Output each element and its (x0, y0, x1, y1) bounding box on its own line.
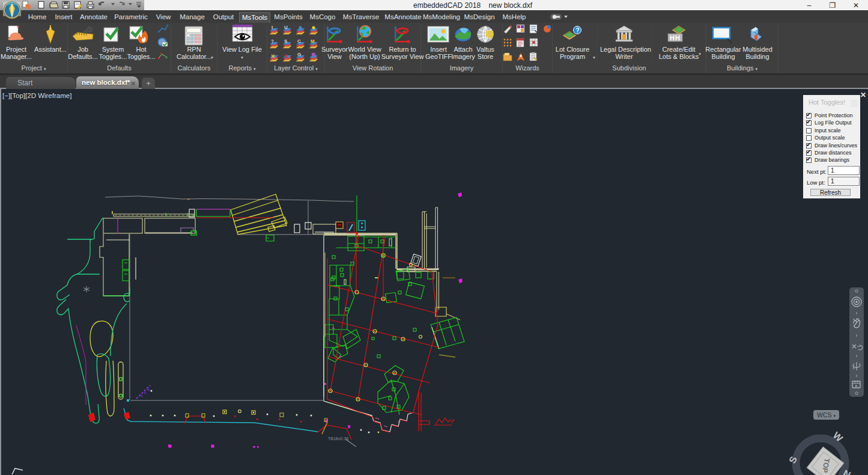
svg-text:TB18±0.36: TB18±0.36 (328, 437, 348, 441)
svg-text:G: G (297, 52, 301, 57)
svg-text:M: M (311, 38, 315, 44)
svg-text:C: C (297, 38, 301, 44)
svg-text:S: S (284, 38, 288, 44)
svg-text:I: I (272, 25, 273, 30)
svg-text:?: ? (271, 38, 274, 44)
svg-text:H: H (675, 34, 680, 41)
svg-text:H: H (670, 34, 675, 41)
svg-text:?: ? (576, 27, 580, 34)
svg-text:U: U (284, 25, 288, 30)
